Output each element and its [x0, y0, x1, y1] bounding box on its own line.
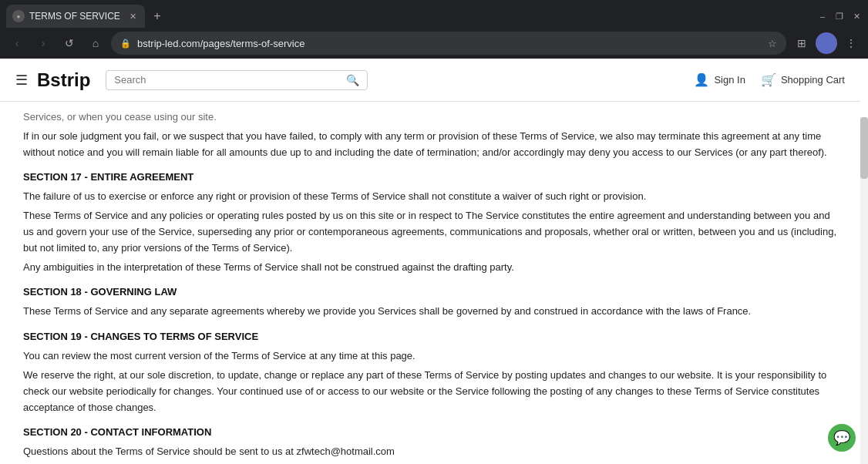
tab-title: TERMS OF SERVICE [29, 11, 122, 22]
section18-p1: These Terms of Service and any separate … [23, 304, 837, 320]
content-area: Services, or when you cease using our si… [0, 102, 860, 464]
scrollbar-track[interactable] [860, 117, 868, 464]
header-right: 👤 Sign In 🛒 Shopping Cart [694, 72, 845, 87]
minimize-button[interactable]: – [817, 11, 828, 22]
menu-icon[interactable]: ⋮ [840, 32, 862, 54]
shopping-cart-button[interactable]: 🛒 Shopping Cart [761, 72, 845, 87]
url-text: bstrip-led.com/pages/terms-of-service [137, 38, 762, 49]
section19-p2: We reserve the right, at our sole discre… [23, 368, 837, 415]
cart-label: Shopping Cart [781, 74, 845, 86]
site-header: ☰ Bstrip 🔍 👤 Sign In 🛒 Shopping Cart [0, 59, 860, 102]
section20-heading: SECTION 20 - CONTACT INFORMATION [23, 426, 837, 438]
window-controls: – ❐ ✕ [817, 11, 862, 22]
lock-icon: 🔒 [120, 39, 131, 49]
partial-top-text: Services, or when you cease using our si… [23, 109, 837, 126]
browser-right-icons: ⊞ ⋮ [791, 32, 862, 54]
section17-p3: Any ambiguities in the interpretation of… [23, 260, 837, 276]
section19-heading: SECTION 19 - CHANGES TO TERMS OF SERVICE [23, 331, 837, 342]
tab-favicon: ● [12, 10, 25, 22]
hamburger-menu-icon[interactable]: ☰ [15, 72, 28, 89]
reload-button[interactable]: ↺ [59, 32, 80, 54]
scrollbar-thumb[interactable] [860, 117, 868, 179]
user-profile-icon[interactable] [816, 32, 837, 54]
home-button[interactable]: ⌂ [85, 32, 106, 54]
extensions-icon[interactable]: ⊞ [791, 32, 812, 54]
section20-p1: Questions about the Terms of Service sho… [23, 444, 837, 460]
chat-icon: 💬 [833, 429, 850, 446]
restore-button[interactable]: ❐ [834, 11, 845, 22]
section19-p1: You can review the most current version … [23, 348, 837, 365]
section18-heading: SECTION 18 - GOVERNING LAW [23, 286, 837, 298]
address-bar-row: ‹ › ↺ ⌂ 🔒 bstrip-led.com/pages/terms-of-… [0, 28, 868, 59]
page-wrapper: ☰ Bstrip 🔍 👤 Sign In 🛒 Shopping Cart Ser… [0, 59, 860, 464]
search-icon[interactable]: 🔍 [346, 74, 359, 86]
new-tab-button[interactable]: + [148, 7, 167, 25]
sign-in-label: Sign In [714, 74, 745, 86]
address-bar[interactable]: 🔒 bstrip-led.com/pages/terms-of-service … [111, 32, 786, 55]
tab-bar: ● TERMS OF SERVICE ✕ + – ❐ ✕ [0, 0, 868, 28]
section17-p1: The failure of us to exercise or enforce… [23, 189, 837, 205]
back-button[interactable]: ‹ [6, 32, 28, 54]
person-icon: 👤 [694, 72, 709, 87]
browser-chrome: ● TERMS OF SERVICE ✕ + – ❐ ✕ ‹ › ↺ ⌂ 🔒 b… [0, 0, 868, 59]
search-bar[interactable]: 🔍 [106, 70, 368, 90]
search-input[interactable] [114, 74, 341, 86]
section17-p2: These Terms of Service and any policies … [23, 208, 837, 256]
tab-close-button[interactable]: ✕ [126, 10, 139, 22]
termination-text: If in our sole judgment you fail, or we … [23, 129, 837, 161]
forward-button[interactable]: › [32, 32, 54, 54]
brand-logo[interactable]: Bstrip [37, 69, 90, 91]
section17-heading: SECTION 17 - ENTIRE AGREEMENT [23, 171, 837, 183]
cart-icon: 🛒 [761, 72, 776, 87]
address-right-icons: ☆ [768, 38, 777, 49]
active-tab[interactable]: ● TERMS OF SERVICE ✕ [6, 5, 145, 28]
chat-bubble-button[interactable]: 💬 [828, 424, 856, 452]
sign-in-button[interactable]: 👤 Sign In [694, 72, 745, 87]
bookmark-icon[interactable]: ☆ [768, 38, 777, 49]
close-button[interactable]: ✕ [851, 11, 862, 22]
